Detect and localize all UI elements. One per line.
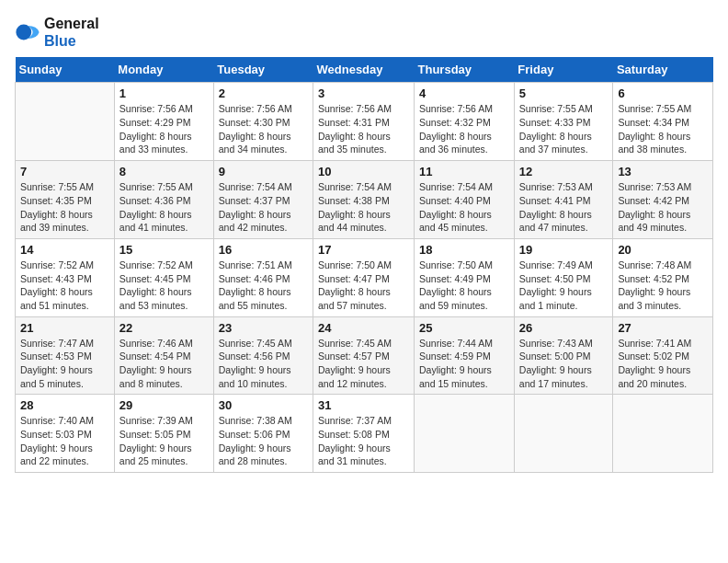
day-info: Sunrise: 7:41 AM Sunset: 5:02 PM Dayligh… (618, 337, 708, 391)
day-number: 17 (318, 243, 409, 257)
day-cell (514, 395, 613, 473)
logo-text: General Blue (44, 15, 99, 50)
weekday-header-wednesday: Wednesday (313, 57, 415, 83)
day-cell: 25Sunrise: 7:44 AM Sunset: 4:59 PM Dayli… (415, 316, 515, 395)
day-info: Sunrise: 7:54 AM Sunset: 4:40 PM Dayligh… (419, 180, 509, 235)
header: General Blue (15, 15, 713, 50)
week-row-3: 14Sunrise: 7:52 AM Sunset: 4:43 PM Dayli… (16, 238, 713, 316)
weekday-header-saturday: Saturday (613, 57, 713, 83)
day-cell: 15Sunrise: 7:52 AM Sunset: 4:45 PM Dayli… (114, 238, 213, 316)
day-number: 31 (318, 398, 409, 412)
day-number: 7 (20, 165, 109, 178)
day-cell: 16Sunrise: 7:51 AM Sunset: 4:46 PM Dayli… (213, 238, 313, 316)
day-cell: 8Sunrise: 7:55 AM Sunset: 4:36 PM Daylig… (114, 161, 213, 239)
day-cell: 4Sunrise: 7:56 AM Sunset: 4:32 PM Daylig… (415, 83, 515, 161)
day-number: 18 (419, 243, 509, 257)
day-cell: 18Sunrise: 7:50 AM Sunset: 4:49 PM Dayli… (415, 238, 515, 316)
week-row-1: 1Sunrise: 7:56 AM Sunset: 4:29 PM Daylig… (16, 83, 713, 161)
day-cell: 6Sunrise: 7:55 AM Sunset: 4:34 PM Daylig… (613, 83, 713, 161)
day-info: Sunrise: 7:50 AM Sunset: 4:47 PM Dayligh… (318, 259, 409, 313)
day-cell: 10Sunrise: 7:54 AM Sunset: 4:38 PM Dayli… (313, 161, 415, 239)
day-number: 9 (219, 165, 308, 178)
day-cell: 30Sunrise: 7:38 AM Sunset: 5:06 PM Dayli… (213, 395, 313, 473)
day-cell (415, 395, 515, 473)
day-info: Sunrise: 7:56 AM Sunset: 4:32 PM Dayligh… (419, 102, 509, 156)
day-info: Sunrise: 7:39 AM Sunset: 5:05 PM Dayligh… (119, 414, 209, 468)
day-info: Sunrise: 7:56 AM Sunset: 4:30 PM Dayligh… (219, 102, 308, 156)
day-info: Sunrise: 7:55 AM Sunset: 4:36 PM Dayligh… (119, 180, 209, 235)
day-cell: 11Sunrise: 7:54 AM Sunset: 4:40 PM Dayli… (415, 161, 515, 239)
day-info: Sunrise: 7:44 AM Sunset: 4:59 PM Dayligh… (419, 337, 509, 391)
day-info: Sunrise: 7:51 AM Sunset: 4:46 PM Dayligh… (219, 259, 308, 313)
day-cell: 13Sunrise: 7:53 AM Sunset: 4:42 PM Dayli… (613, 161, 713, 239)
day-cell: 17Sunrise: 7:50 AM Sunset: 4:47 PM Dayli… (313, 238, 415, 316)
day-number: 28 (20, 398, 109, 412)
day-number: 3 (318, 86, 409, 100)
logo-icon (15, 19, 40, 45)
day-info: Sunrise: 7:56 AM Sunset: 4:29 PM Dayligh… (119, 102, 209, 156)
day-number: 20 (618, 243, 708, 257)
day-number: 6 (618, 86, 708, 100)
day-number: 5 (519, 86, 609, 100)
day-number: 24 (318, 321, 409, 335)
day-cell: 20Sunrise: 7:48 AM Sunset: 4:52 PM Dayli… (613, 238, 713, 316)
week-row-4: 21Sunrise: 7:47 AM Sunset: 4:53 PM Dayli… (16, 316, 713, 395)
day-cell: 12Sunrise: 7:53 AM Sunset: 4:41 PM Dayli… (514, 161, 613, 239)
day-number: 26 (519, 321, 609, 335)
day-cell: 22Sunrise: 7:46 AM Sunset: 4:54 PM Dayli… (114, 316, 213, 395)
day-number: 13 (618, 165, 708, 178)
day-number: 19 (519, 243, 609, 257)
day-number: 14 (20, 243, 109, 257)
day-number: 29 (119, 398, 209, 412)
weekday-header-monday: Monday (114, 57, 213, 83)
day-number: 10 (318, 165, 409, 178)
day-cell: 21Sunrise: 7:47 AM Sunset: 4:53 PM Dayli… (16, 316, 115, 395)
day-cell: 29Sunrise: 7:39 AM Sunset: 5:05 PM Dayli… (114, 395, 213, 473)
week-row-5: 28Sunrise: 7:40 AM Sunset: 5:03 PM Dayli… (16, 395, 713, 473)
day-number: 22 (119, 321, 209, 335)
day-number: 21 (20, 321, 109, 335)
day-info: Sunrise: 7:53 AM Sunset: 4:42 PM Dayligh… (618, 180, 708, 235)
day-info: Sunrise: 7:47 AM Sunset: 4:53 PM Dayligh… (20, 337, 109, 391)
day-number: 12 (519, 165, 609, 178)
day-number: 1 (119, 86, 209, 100)
day-info: Sunrise: 7:54 AM Sunset: 4:37 PM Dayligh… (219, 180, 308, 235)
day-cell: 3Sunrise: 7:56 AM Sunset: 4:31 PM Daylig… (313, 83, 415, 161)
day-info: Sunrise: 7:55 AM Sunset: 4:35 PM Dayligh… (20, 180, 109, 235)
weekday-header-row: SundayMondayTuesdayWednesdayThursdayFrid… (16, 57, 713, 83)
day-info: Sunrise: 7:38 AM Sunset: 5:06 PM Dayligh… (219, 414, 308, 468)
day-number: 2 (219, 86, 308, 100)
day-info: Sunrise: 7:45 AM Sunset: 4:56 PM Dayligh… (219, 337, 308, 391)
day-number: 30 (219, 398, 308, 412)
day-cell: 27Sunrise: 7:41 AM Sunset: 5:02 PM Dayli… (613, 316, 713, 395)
day-info: Sunrise: 7:37 AM Sunset: 5:08 PM Dayligh… (318, 414, 409, 468)
day-cell: 31Sunrise: 7:37 AM Sunset: 5:08 PM Dayli… (313, 395, 415, 473)
day-cell: 7Sunrise: 7:55 AM Sunset: 4:35 PM Daylig… (16, 161, 115, 239)
day-cell: 9Sunrise: 7:54 AM Sunset: 4:37 PM Daylig… (213, 161, 313, 239)
weekday-header-sunday: Sunday (16, 57, 115, 83)
day-info: Sunrise: 7:48 AM Sunset: 4:52 PM Dayligh… (618, 259, 708, 313)
calendar-table: SundayMondayTuesdayWednesdayThursdayFrid… (15, 57, 713, 473)
day-number: 16 (219, 243, 308, 257)
day-cell (16, 83, 115, 161)
day-number: 4 (419, 86, 509, 100)
logo: General Blue (15, 15, 99, 50)
day-cell: 19Sunrise: 7:49 AM Sunset: 4:50 PM Dayli… (514, 238, 613, 316)
day-info: Sunrise: 7:46 AM Sunset: 4:54 PM Dayligh… (119, 337, 209, 391)
day-info: Sunrise: 7:55 AM Sunset: 4:33 PM Dayligh… (519, 102, 609, 156)
week-row-2: 7Sunrise: 7:55 AM Sunset: 4:35 PM Daylig… (16, 161, 713, 239)
weekday-header-tuesday: Tuesday (213, 57, 313, 83)
weekday-header-friday: Friday (514, 57, 613, 83)
day-cell: 5Sunrise: 7:55 AM Sunset: 4:33 PM Daylig… (514, 83, 613, 161)
weekday-header-thursday: Thursday (415, 57, 515, 83)
day-info: Sunrise: 7:49 AM Sunset: 4:50 PM Dayligh… (519, 259, 609, 313)
day-info: Sunrise: 7:56 AM Sunset: 4:31 PM Dayligh… (318, 102, 409, 156)
day-cell: 14Sunrise: 7:52 AM Sunset: 4:43 PM Dayli… (16, 238, 115, 316)
day-number: 25 (419, 321, 509, 335)
day-info: Sunrise: 7:54 AM Sunset: 4:38 PM Dayligh… (318, 180, 409, 235)
day-number: 15 (119, 243, 209, 257)
day-number: 23 (219, 321, 308, 335)
day-info: Sunrise: 7:43 AM Sunset: 5:00 PM Dayligh… (519, 337, 609, 391)
day-cell: 2Sunrise: 7:56 AM Sunset: 4:30 PM Daylig… (213, 83, 313, 161)
day-cell (613, 395, 713, 473)
